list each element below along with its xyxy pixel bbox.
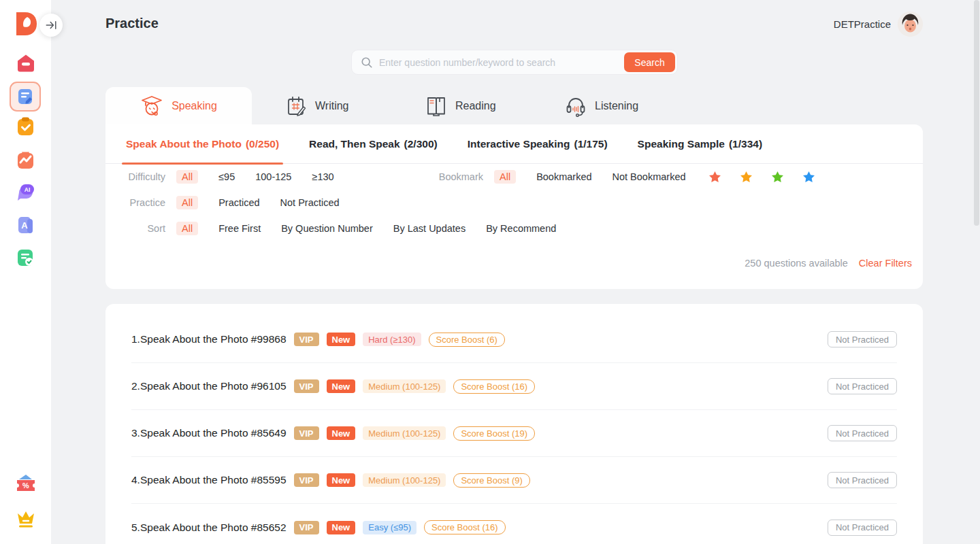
practice-note-icon <box>16 87 35 106</box>
sidebar-item-records[interactable] <box>0 248 51 268</box>
sidebar-expand-button[interactable] <box>39 14 63 37</box>
reading-icon <box>425 95 447 117</box>
search-button[interactable]: Search <box>624 52 675 72</box>
score-boost-badge: Score Boost (16) <box>424 520 506 534</box>
question-row[interactable]: 1.Speak About the Photo #99868 VIP New H… <box>131 316 897 363</box>
sidebar-item-practice[interactable] <box>10 82 41 112</box>
tab-label: Reading <box>455 100 496 112</box>
question-title[interactable]: 5.Speak About the Photo #85652 <box>131 522 287 534</box>
sidebar-item-coupon[interactable]: % <box>0 473 51 493</box>
subtab-interactive-speaking[interactable]: Interactive Speaking (1/175) <box>463 124 612 164</box>
bookmark-bookmarked[interactable]: Bookmarked <box>536 171 591 182</box>
vip-badge: VIP <box>294 521 319 534</box>
vip-badge: VIP <box>294 333 319 346</box>
score-boost-badge: Score Boost (16) <box>453 379 535 394</box>
difficulty-badge: Hard (≥130) <box>363 333 421 346</box>
sidebar-item-vip[interactable] <box>0 509 51 529</box>
avatar-image <box>898 12 923 37</box>
scrollbar-thumb[interactable] <box>974 0 979 226</box>
question-row[interactable]: 3.Speak About the Photo #85649 VIP New M… <box>131 410 897 457</box>
sidebar-item-vocabulary[interactable] <box>0 150 51 170</box>
vip-badge: VIP <box>294 426 319 440</box>
home-icon <box>16 53 36 73</box>
practice-status-button[interactable]: Not Practiced <box>828 472 897 488</box>
subtab-label: Speak About the Photo <box>126 138 242 150</box>
difficulty-100-125[interactable]: 100-125 <box>255 171 291 182</box>
question-title[interactable]: 2.Speak About the Photo #96105 <box>131 380 287 392</box>
blue-star-icon[interactable] <box>802 170 816 184</box>
practice-practiced[interactable]: Practiced <box>218 197 259 208</box>
sort-filter-row: Sort All Free First By Question Number B… <box>105 216 923 241</box>
sort-free-first[interactable]: Free First <box>218 223 261 234</box>
score-boost-badge: Score Boost (9) <box>453 473 529 488</box>
questions-available-count: 250 questions available <box>745 258 848 269</box>
tab-reading[interactable]: Reading <box>425 87 496 124</box>
red-star-icon[interactable] <box>708 170 722 184</box>
difficulty-badge: Medium (100-125) <box>363 473 446 487</box>
sort-by-last-updates[interactable]: By Last Updates <box>393 223 466 234</box>
search-bar: Search <box>351 50 678 75</box>
notes-done-icon <box>16 248 35 268</box>
clear-filters-button[interactable]: Clear Filters <box>859 258 912 269</box>
sidebar-item-home[interactable] <box>0 53 51 73</box>
difficulty-le95[interactable]: ≤95 <box>218 171 235 182</box>
bookmark-filter-row: Bookmark All Bookmarked Not Bookmarked <box>432 164 816 190</box>
question-row[interactable]: 4.Speak About the Photo #85595 VIP New M… <box>131 457 897 504</box>
sort-by-question-number[interactable]: By Question Number <box>281 223 373 234</box>
green-star-icon[interactable] <box>770 170 785 184</box>
practice-status-button[interactable]: Not Practiced <box>828 520 897 536</box>
section-tabs: Speaking Writing Reading Listening <box>105 87 923 124</box>
practice-all[interactable]: All <box>176 196 198 209</box>
question-row[interactable]: 5.Speak About the Photo #85652 VIP New E… <box>131 504 897 544</box>
practice-status-button[interactable]: Not Practiced <box>828 378 897 394</box>
practice-filter-row: Practice All Practiced Not Practiced <box>105 190 923 216</box>
username: DETPractice <box>834 18 891 30</box>
difficulty-all[interactable]: All <box>176 170 198 184</box>
tab-speaking[interactable]: Speaking <box>105 87 252 124</box>
subtab-count: (1/334) <box>729 138 762 150</box>
tab-listening[interactable]: Listening <box>565 87 638 124</box>
bookmark-label: Bookmark <box>432 171 483 182</box>
letter-a-book-icon: A <box>16 215 35 235</box>
ai-chat-icon: AI <box>15 182 36 203</box>
sort-by-recommend[interactable]: By Recommend <box>486 223 556 234</box>
question-title[interactable]: 1.Speak About the Photo #99868 <box>131 333 287 345</box>
orange-star-icon[interactable] <box>739 170 753 184</box>
bookmark-not-bookmarked[interactable]: Not Bookmarked <box>612 171 686 182</box>
sort-all[interactable]: All <box>176 222 198 235</box>
tab-label: Speaking <box>172 100 217 112</box>
practice-status-button[interactable]: Not Practiced <box>828 331 897 347</box>
subtab-count: (2/300) <box>404 138 438 150</box>
difficulty-ge130[interactable]: ≥130 <box>312 171 333 182</box>
score-boost-badge: Score Boost (6) <box>429 333 505 347</box>
sidebar-item-dictionary[interactable]: A <box>0 215 51 235</box>
user-area[interactable]: DETPractice <box>834 12 923 37</box>
search-icon <box>361 56 373 69</box>
writing-icon <box>286 95 307 117</box>
practice-not-practiced[interactable]: Not Practiced <box>280 197 340 208</box>
score-boost-badge: Score Boost (19) <box>453 426 535 441</box>
new-badge: New <box>327 379 356 393</box>
difficulty-badge: Easy (≤95) <box>363 521 416 534</box>
sidebar-item-tasks[interactable] <box>0 116 51 137</box>
tab-writing[interactable]: Writing <box>286 87 349 124</box>
sidebar-item-ai-chat[interactable]: AI <box>0 182 51 203</box>
question-title[interactable]: 3.Speak About the Photo #85649 <box>131 427 287 439</box>
subtab-read-then-speak[interactable]: Read, Then Speak (2/300) <box>305 124 442 164</box>
subtab-count: (1/175) <box>574 138 607 150</box>
clipboard-check-icon <box>16 116 35 137</box>
question-row[interactable]: 2.Speak About the Photo #96105 VIP New M… <box>131 363 897 410</box>
bookmark-all[interactable]: All <box>494 170 516 184</box>
listening-icon <box>565 95 587 117</box>
practice-status-button[interactable]: Not Practiced <box>828 425 897 441</box>
avatar[interactable] <box>898 12 923 37</box>
difficulty-badge: Medium (100-125) <box>363 426 446 440</box>
speaking-icon <box>140 95 163 117</box>
svg-text:%: % <box>22 481 29 490</box>
question-title[interactable]: 4.Speak About the Photo #85595 <box>131 474 287 486</box>
subtab-speaking-sample[interactable]: Speaking Sample (1/334) <box>634 124 766 164</box>
new-badge: New <box>327 473 356 487</box>
subtab-speak-about-the-photo[interactable]: Speak About the Photo (0/250) <box>122 124 283 164</box>
bookmark-stars <box>708 170 816 184</box>
tab-label: Writing <box>315 100 349 112</box>
